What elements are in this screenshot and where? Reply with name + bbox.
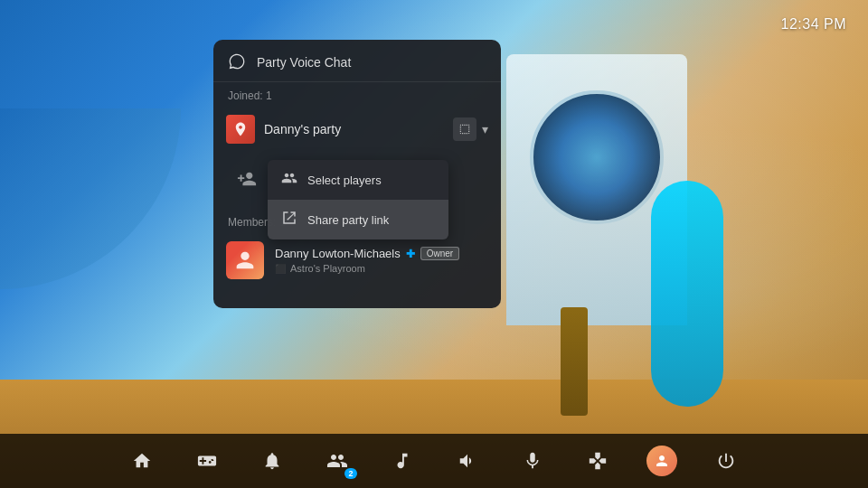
clock: 12:34 PM — [781, 16, 846, 33]
joined-label: Joined: 1 — [213, 82, 501, 108]
notifications-button[interactable] — [256, 445, 288, 477]
select-players-icon — [280, 170, 298, 190]
party-row: Danny's party ▾ — [213, 108, 501, 151]
member-name: Danny Lowton-Michaels — [275, 247, 401, 260]
panel-title: Party Voice Chat — [257, 55, 351, 70]
member-info: Danny Lowton-Michaels ✚ Owner ⬛ Astro's … — [275, 247, 459, 274]
volume-button[interactable] — [451, 445, 484, 477]
party-name: Danny's party — [264, 122, 444, 136]
panel-header: Party Voice Chat — [213, 40, 501, 82]
profile-button[interactable] — [646, 446, 677, 476]
member-avatar — [226, 241, 264, 279]
party-chevron-button[interactable]: ▾ — [482, 122, 488, 136]
party-row-actions: ▾ — [453, 117, 488, 141]
power-button[interactable] — [710, 445, 742, 477]
member-game: ⬛ Astro's Playroom — [275, 263, 459, 274]
actions-area: Select players Share party link — [213, 151, 501, 207]
gamepad-button[interactable] — [581, 445, 614, 477]
ps-plus-icon: ✚ — [406, 248, 415, 260]
select-players-label: Select players — [307, 174, 382, 187]
select-players-item[interactable]: Select players — [268, 160, 448, 200]
party-thumbnail — [226, 115, 255, 144]
home-button[interactable] — [126, 445, 158, 477]
party-panel: Party Voice Chat Joined: 1 Danny's party… — [213, 40, 501, 308]
friends-badge: 2 — [344, 468, 357, 479]
member-row: Danny Lowton-Michaels ✚ Owner ⬛ Astro's … — [213, 234, 501, 286]
owner-badge: Owner — [420, 247, 459, 260]
member-name-row: Danny Lowton-Michaels ✚ Owner — [275, 247, 459, 260]
microphone-button[interactable] — [516, 445, 549, 477]
friends-button[interactable]: 2 — [321, 445, 354, 477]
share-party-link-icon — [280, 210, 298, 230]
share-party-link-label: Share party link — [307, 213, 389, 227]
dropdown-menu: Select players Share party link — [268, 160, 448, 239]
add-player-button[interactable] — [228, 160, 266, 198]
game-icon: ⬛ — [275, 264, 286, 274]
music-button[interactable] — [386, 445, 419, 477]
party-voice-chat-icon — [228, 52, 248, 72]
game-library-button[interactable] — [191, 445, 223, 477]
member-game-name: Astro's Playroom — [290, 263, 365, 274]
taskbar: 2 — [0, 434, 868, 488]
share-party-link-item[interactable]: Share party link — [268, 200, 448, 239]
party-settings-button[interactable] — [453, 117, 476, 141]
add-player-row: Select players Share party link — [228, 160, 486, 198]
